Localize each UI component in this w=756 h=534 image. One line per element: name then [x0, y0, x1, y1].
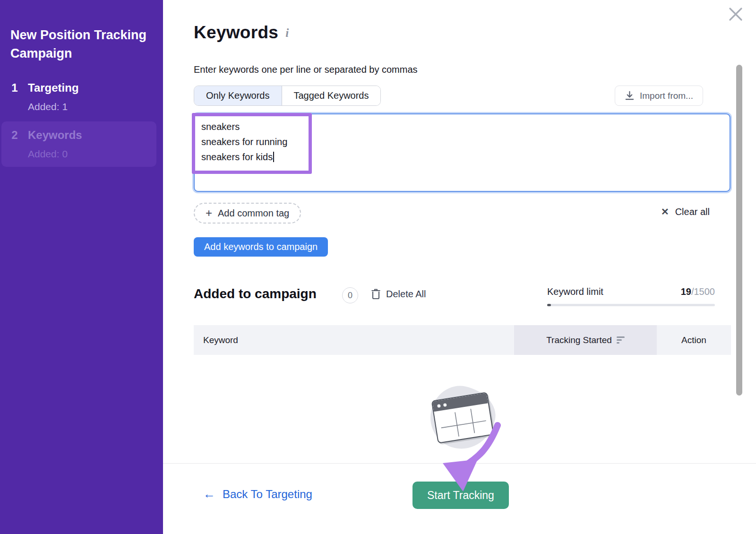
- import-from-label: Import from...: [640, 91, 693, 101]
- step-label: Targeting: [28, 81, 79, 95]
- keyword-limit-progress-fill: [547, 304, 551, 306]
- download-icon: [625, 91, 635, 101]
- step-number: 2: [1, 129, 28, 167]
- keyword-limit-total: /1500: [691, 286, 715, 297]
- column-header-action: Action: [657, 325, 731, 355]
- keyword-limit-progressbar: [547, 304, 715, 306]
- step-number: 1: [1, 81, 28, 112]
- clear-icon: ✕: [661, 206, 669, 217]
- step-meta: Added: 0: [28, 148, 82, 160]
- back-to-targeting-link[interactable]: ← Back To Targeting: [203, 487, 312, 501]
- keywords-tab-group: Only Keywords Tagged Keywords: [194, 86, 381, 106]
- text-cursor: [273, 152, 274, 162]
- page-title: Keywords: [194, 23, 278, 43]
- modal-footer: ← Back To Targeting Start Tracking: [163, 463, 756, 534]
- delete-all-label: Delete All: [386, 289, 426, 300]
- sort-icon: [617, 336, 625, 344]
- keyword-limit-label: Keyword limit: [547, 286, 603, 297]
- add-common-tag-label: Add common tag: [218, 208, 289, 219]
- keywords-instruction: Enter keywords one per line or separated…: [194, 64, 418, 75]
- delete-all-button[interactable]: Delete All: [371, 288, 426, 300]
- start-tracking-button[interactable]: Start Tracking: [412, 482, 509, 509]
- keyword-limit-value: 19/1500: [681, 286, 715, 297]
- back-to-targeting-label: Back To Targeting: [223, 488, 312, 501]
- close-icon: [726, 5, 745, 24]
- tab-only-keywords[interactable]: Only Keywords: [194, 86, 282, 105]
- close-button[interactable]: [725, 4, 747, 26]
- step-label: Keywords: [28, 129, 82, 142]
- empty-table-illustration: [428, 384, 498, 452]
- keyword-line: sneakers: [201, 119, 723, 134]
- plus-icon: +: [206, 207, 212, 219]
- add-keywords-to-campaign-button[interactable]: Add keywords to campaign: [194, 237, 328, 257]
- keyword-line: sneakers for kids: [201, 149, 723, 164]
- add-common-tag-button[interactable]: + Add common tag: [194, 203, 301, 224]
- sidebar-step-keywords[interactable]: 2 Keywords Added: 0: [1, 121, 156, 167]
- keyword-line: sneakers for running: [201, 134, 723, 149]
- trash-icon: [371, 288, 381, 300]
- keyword-limit-used: 19: [681, 286, 691, 297]
- clear-all-button[interactable]: ✕ Clear all: [661, 206, 710, 217]
- tab-tagged-keywords[interactable]: Tagged Keywords: [282, 86, 381, 105]
- new-position-tracking-modal: New Position Tracking Campaign 1 Targeti…: [0, 0, 756, 534]
- sidebar: New Position Tracking Campaign 1 Targeti…: [0, 0, 163, 534]
- back-arrow-icon: ←: [203, 487, 215, 501]
- step-meta: Added: 1: [28, 101, 79, 112]
- clear-all-label: Clear all: [675, 207, 710, 217]
- keywords-textarea[interactable]: sneakers sneakers for running sneakers f…: [194, 113, 730, 192]
- browser-window-icon: [431, 392, 494, 444]
- sidebar-title: New Position Tracking Campaign: [10, 26, 152, 63]
- vertical-scrollbar[interactable]: [736, 65, 742, 396]
- sidebar-step-targeting[interactable]: 1 Targeting Added: 1: [1, 81, 156, 112]
- added-to-campaign-title: Added to campaign: [194, 286, 317, 301]
- keywords-table-header: Keyword Tracking Started Action: [194, 325, 731, 355]
- column-header-keyword: Keyword: [194, 325, 514, 355]
- info-icon[interactable]: i: [285, 26, 289, 40]
- column-header-tracking-started[interactable]: Tracking Started: [514, 325, 657, 355]
- added-count-badge: 0: [342, 287, 358, 303]
- import-from-button[interactable]: Import from...: [615, 86, 703, 106]
